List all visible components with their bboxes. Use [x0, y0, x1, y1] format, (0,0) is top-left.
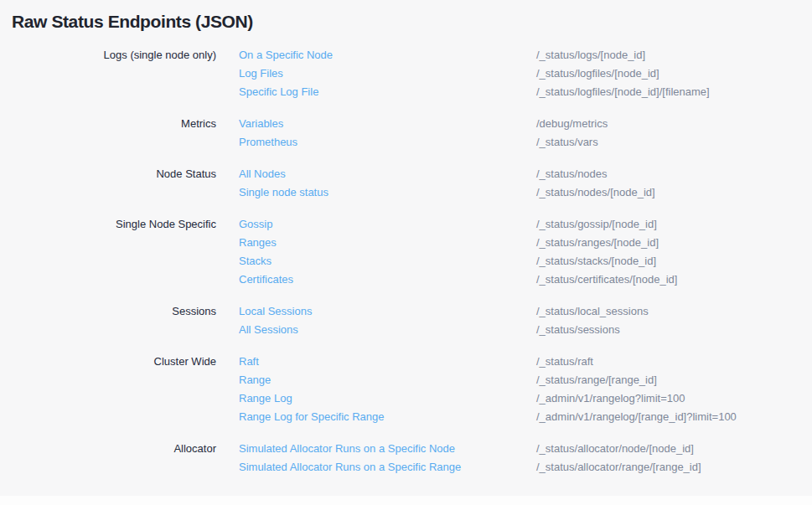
section-category: Node Status: [0, 165, 216, 183]
section-links: All NodesSingle node status: [239, 165, 536, 202]
section-category: Allocator: [0, 440, 216, 458]
endpoint-path: /_status/allocator/node/[node_id]: [536, 440, 812, 458]
endpoint-path: /_status/vars: [536, 133, 812, 152]
endpoint-link[interactable]: Specific Log File: [239, 83, 318, 101]
endpoint-path: /_status/gossip/[node_id]: [536, 215, 812, 234]
section-endpoints: /_status/allocator/node/[node_id]/_statu…: [536, 440, 812, 477]
endpoint-link[interactable]: Range Log: [239, 389, 292, 408]
endpoint-path: /_admin/v1/rangelog/[range_id]?limit=100: [536, 408, 812, 426]
endpoint-link[interactable]: Single node status: [239, 183, 328, 202]
endpoint-section: AllocatorSimulated Allocator Runs on a S…: [0, 440, 812, 477]
section-category: Logs (single node only): [0, 46, 216, 64]
endpoint-link[interactable]: Range: [239, 371, 271, 389]
section-links: VariablesPrometheus: [239, 115, 536, 152]
section-category: Sessions: [0, 302, 216, 321]
endpoint-link[interactable]: All Nodes: [239, 165, 286, 183]
endpoint-path: /_status/logfiles/[node_id]/[filename]: [536, 83, 812, 101]
section-links: RaftRangeRange LogRange Log for Specific…: [239, 353, 536, 426]
endpoint-link[interactable]: Prometheus: [239, 133, 297, 152]
endpoint-sections: Logs (single node only)On a Specific Nod…: [0, 46, 812, 477]
endpoint-link[interactable]: Range Log for Specific Range: [239, 408, 384, 426]
endpoint-path: /_status/range/[range_id]: [536, 371, 812, 389]
section-links: Local SessionsAll Sessions: [239, 302, 536, 339]
section-endpoints: /_status/gossip/[node_id]/_status/ranges…: [536, 215, 812, 289]
endpoint-link[interactable]: Ranges: [239, 234, 277, 252]
section-endpoints: /_status/raft/_status/range/[range_id]/_…: [536, 353, 812, 426]
endpoint-path: /_status/logs/[node_id]: [536, 46, 812, 64]
section-category: Metrics: [0, 115, 216, 133]
section-category: Single Node Specific: [0, 215, 216, 234]
endpoint-link[interactable]: Stacks: [239, 252, 272, 271]
endpoint-link[interactable]: Local Sessions: [239, 302, 312, 321]
section-endpoints: /_status/nodes/_status/nodes/[node_id]: [536, 165, 812, 202]
bottom-strip: [0, 496, 812, 505]
section-endpoints: /debug/metrics/_status/vars: [536, 115, 812, 152]
endpoint-path: /_status/stacks/[node_id]: [536, 252, 812, 271]
raw-status-endpoints-page: Raw Status Endpoints (JSON) Logs (single…: [0, 0, 812, 505]
endpoint-path: /_status/nodes: [536, 165, 812, 183]
endpoint-link[interactable]: Log Files: [239, 64, 283, 83]
endpoint-section: Node StatusAll NodesSingle node status/_…: [0, 165, 812, 202]
section-endpoints: /_status/local_sessions/_status/sessions: [536, 302, 812, 339]
section-links: On a Specific NodeLog FilesSpecific Log …: [239, 46, 536, 101]
endpoint-section: MetricsVariablesPrometheus/debug/metrics…: [0, 115, 812, 152]
endpoint-path: /_status/ranges/[node_id]: [536, 234, 812, 252]
endpoint-path: /_status/logfiles/[node_id]: [536, 64, 812, 83]
endpoint-link[interactable]: On a Specific Node: [239, 46, 333, 64]
endpoint-link[interactable]: Gossip: [239, 215, 272, 234]
section-links: GossipRangesStacksCertificates: [239, 215, 536, 289]
endpoint-section: Single Node SpecificGossipRangesStacksCe…: [0, 215, 812, 289]
page-title: Raw Status Endpoints (JSON): [12, 11, 812, 33]
endpoint-section: Logs (single node only)On a Specific Nod…: [0, 46, 812, 101]
endpoint-link[interactable]: Simulated Allocator Runs on a Specific N…: [239, 440, 455, 458]
endpoint-link[interactable]: Certificates: [239, 271, 293, 289]
endpoint-link[interactable]: All Sessions: [239, 321, 298, 339]
section-links: Simulated Allocator Runs on a Specific N…: [239, 440, 536, 477]
endpoint-path: /_status/raft: [536, 353, 812, 371]
endpoint-link[interactable]: Raft: [239, 353, 259, 371]
endpoint-section: Cluster WideRaftRangeRange LogRange Log …: [0, 353, 812, 426]
endpoint-path: /debug/metrics: [536, 115, 812, 133]
endpoint-path: /_status/sessions: [536, 321, 812, 339]
endpoint-path: /_status/nodes/[node_id]: [536, 183, 812, 202]
endpoint-link[interactable]: Variables: [239, 115, 283, 133]
section-category: Cluster Wide: [0, 353, 216, 371]
endpoint-path: /_status/allocator/range/[range_id]: [536, 458, 812, 477]
section-endpoints: /_status/logs/[node_id]/_status/logfiles…: [536, 46, 812, 101]
endpoint-path: /_admin/v1/rangelog?limit=100: [536, 389, 812, 408]
endpoint-section: SessionsLocal SessionsAll Sessions/_stat…: [0, 302, 812, 339]
endpoint-path: /_status/certificates/[node_id]: [536, 271, 812, 289]
endpoint-link[interactable]: Simulated Allocator Runs on a Specific R…: [239, 458, 461, 477]
endpoint-path: /_status/local_sessions: [536, 302, 812, 321]
